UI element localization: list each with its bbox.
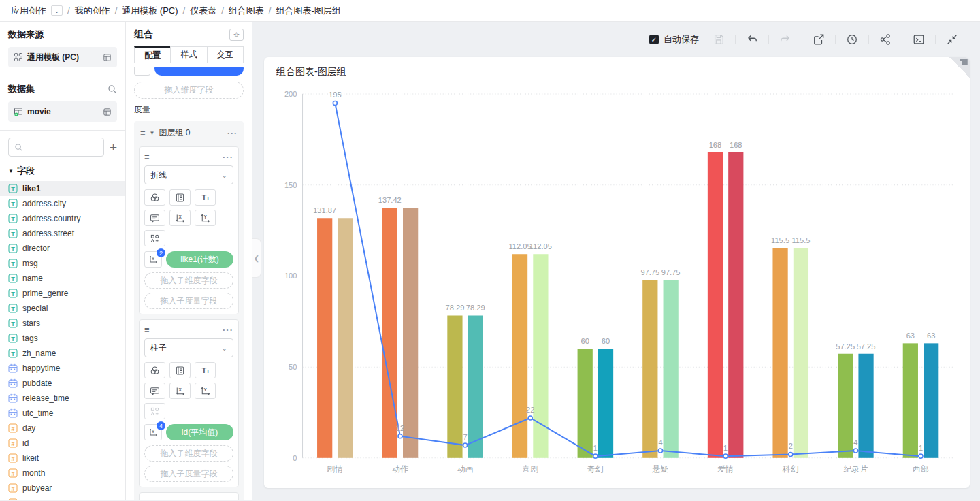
y-axis-icon[interactable]: Y bbox=[195, 383, 216, 399]
field-item-prime_genre[interactable]: T prime_genre bbox=[0, 286, 125, 301]
more-options-icon[interactable]: ··· bbox=[223, 325, 233, 335]
measure-field-pill[interactable]: id(平均值) bbox=[166, 424, 233, 440]
measure-row: Y 2 like1(计数) bbox=[144, 251, 233, 268]
breadcrumb-item[interactable]: 通用模板 (PC) bbox=[122, 5, 178, 17]
share-icon[interactable] bbox=[879, 33, 892, 46]
y-axis-icon[interactable]: Y bbox=[195, 210, 216, 226]
field-item-tags[interactable]: T tags bbox=[0, 331, 125, 346]
field-item-address.country[interactable]: T address.country bbox=[0, 211, 125, 226]
widget-menu-icon[interactable] bbox=[960, 59, 968, 66]
field-item-name[interactable]: T name bbox=[0, 271, 125, 286]
field-name: name bbox=[22, 274, 43, 283]
dimension-drop-zone[interactable]: 拖入维度字段 bbox=[134, 82, 244, 99]
dimension-sort-button[interactable] bbox=[134, 67, 150, 76]
x-axis-icon[interactable]: X bbox=[169, 210, 191, 226]
field-item-pubdate[interactable]: pubdate bbox=[0, 376, 125, 391]
collapse-fullscreen-icon[interactable] bbox=[945, 33, 959, 46]
sub-dimension-drop-zone[interactable]: 拖入子维度字段 bbox=[144, 272, 233, 289]
field-search-input[interactable] bbox=[8, 138, 104, 157]
field-item-director[interactable]: T director bbox=[0, 241, 125, 256]
sub-measure-drop-zone[interactable]: 拖入子度量字段 bbox=[144, 466, 233, 482]
field-item-pubyear[interactable]: # pubyear bbox=[0, 481, 125, 496]
x-category-label: 剧情 bbox=[327, 464, 343, 474]
field-item-msg[interactable]: T msg bbox=[0, 256, 125, 271]
legend-icon[interactable] bbox=[169, 362, 191, 378]
field-item-address.street[interactable]: T address.street bbox=[0, 226, 125, 241]
field-item-address.city[interactable]: T address.city bbox=[0, 196, 125, 211]
dimension-field-pill[interactable] bbox=[154, 67, 244, 76]
tooltip-icon[interactable] bbox=[144, 383, 165, 399]
tooltip-icon[interactable] bbox=[144, 210, 165, 226]
measure-axis-button[interactable]: Y 2 bbox=[144, 251, 162, 268]
field-item-happytime[interactable]: happytime bbox=[0, 361, 125, 376]
chart-widget[interactable]: 组合图表-图层组 050100150200131.87剧情137.42动作78.… bbox=[264, 57, 970, 488]
measure-axis-button[interactable]: Y 4 bbox=[144, 424, 162, 440]
autosave-label: 自动保存 bbox=[664, 33, 699, 46]
more-options-icon[interactable]: ··· bbox=[223, 152, 233, 162]
app-grid-icon bbox=[14, 52, 23, 62]
drag-handle-icon[interactable]: ≡ bbox=[144, 498, 150, 500]
font-style-icon[interactable]: TT bbox=[195, 362, 216, 378]
breadcrumb-item[interactable]: 组合图表-图层组 bbox=[276, 5, 340, 17]
tab-交互[interactable]: 交互 bbox=[207, 46, 244, 63]
breadcrumb-dropdown-icon[interactable]: ⌄ bbox=[51, 5, 63, 16]
more-options-icon[interactable]: ··· bbox=[227, 129, 238, 138]
autosave-toggle[interactable]: ✓ 自动保存 bbox=[649, 33, 699, 46]
save-icon[interactable] bbox=[712, 33, 725, 46]
search-icon[interactable] bbox=[108, 84, 117, 94]
field-item-like1[interactable]: T like1 bbox=[0, 181, 125, 196]
tab-配置[interactable]: 配置 bbox=[134, 46, 171, 63]
color-palette-icon[interactable] bbox=[144, 189, 165, 206]
field-item-likeit[interactable]: # likeit bbox=[0, 451, 125, 466]
legend-icon[interactable] bbox=[169, 189, 191, 206]
widget-corner-fold[interactable] bbox=[949, 57, 970, 78]
tab-样式[interactable]: 样式 bbox=[170, 46, 207, 63]
datasource-item[interactable]: 通用模板 (PC) bbox=[8, 47, 117, 67]
assist-shapes-icon[interactable] bbox=[144, 230, 165, 246]
breadcrumb-root[interactable]: 应用创作 bbox=[11, 5, 46, 17]
field-item-day[interactable]: # day bbox=[0, 421, 125, 436]
field-item-special[interactable]: T special bbox=[0, 301, 125, 316]
chart-type-select[interactable]: 折线 ⌄ bbox=[144, 165, 233, 184]
sub-measure-drop-zone[interactable]: 拖入子度量字段 bbox=[144, 293, 233, 309]
more-options-icon[interactable]: ··· bbox=[223, 498, 233, 500]
drag-handle-icon[interactable]: ≡ bbox=[140, 129, 146, 138]
breadcrumb-item[interactable]: 组合图表 bbox=[229, 5, 264, 17]
panel-copy-icon[interactable] bbox=[103, 53, 112, 62]
collapse-caret-icon[interactable]: ▼ bbox=[150, 130, 155, 136]
chart-type-select[interactable]: 柱子 ⌄ bbox=[144, 338, 233, 357]
breadcrumb-item[interactable]: 我的创作 bbox=[75, 5, 110, 17]
undo-icon[interactable] bbox=[745, 33, 759, 46]
favorite-icon[interactable]: ☆ bbox=[229, 29, 244, 41]
breadcrumb-item[interactable]: 仪表盘 bbox=[190, 5, 216, 17]
color-palette-icon[interactable] bbox=[144, 362, 165, 378]
redo-icon[interactable] bbox=[779, 33, 792, 46]
field-item-rate_num[interactable]: # rate_num bbox=[0, 496, 125, 500]
field-item-release_time[interactable]: release_time bbox=[0, 391, 125, 406]
drag-handle-icon[interactable]: ≡ bbox=[144, 152, 150, 161]
drag-handle-icon[interactable]: ≡ bbox=[144, 325, 150, 334]
dataset-item[interactable]: movie bbox=[8, 101, 117, 122]
field-item-month[interactable]: # month bbox=[0, 466, 125, 481]
layer-group-header[interactable]: ≡ ▼ 图层组 0 ··· bbox=[139, 126, 239, 142]
sub-dimension-drop-zone[interactable]: 拖入子维度字段 bbox=[144, 445, 233, 462]
font-style-icon[interactable]: TT bbox=[195, 189, 216, 206]
x-axis-icon[interactable]: X bbox=[169, 383, 191, 399]
autosave-checkbox[interactable]: ✓ bbox=[649, 35, 659, 44]
add-field-button[interactable]: + bbox=[110, 141, 117, 154]
measure-field-pill[interactable]: like1(计数) bbox=[166, 251, 233, 268]
assist-shapes-icon[interactable] bbox=[144, 403, 165, 419]
panel-copy-icon[interactable] bbox=[103, 108, 112, 116]
fields-list: T like1 T address.city T address.country… bbox=[0, 181, 125, 500]
field-item-stars[interactable]: T stars bbox=[0, 316, 125, 331]
bar-label: 63 bbox=[927, 332, 935, 340]
field-item-id[interactable]: # id bbox=[0, 436, 125, 451]
panel-collapse-handle[interactable]: ❮ bbox=[252, 238, 261, 278]
bar-悬疑-2 bbox=[664, 280, 679, 457]
fields-collapse-icon[interactable]: ▼ bbox=[8, 168, 14, 174]
history-icon[interactable] bbox=[845, 33, 859, 46]
field-item-utc_time[interactable]: utc_time bbox=[0, 406, 125, 421]
terminal-icon[interactable] bbox=[912, 33, 926, 46]
field-item-zh_name[interactable]: T zh_name bbox=[0, 346, 125, 361]
export-icon[interactable] bbox=[812, 33, 826, 46]
